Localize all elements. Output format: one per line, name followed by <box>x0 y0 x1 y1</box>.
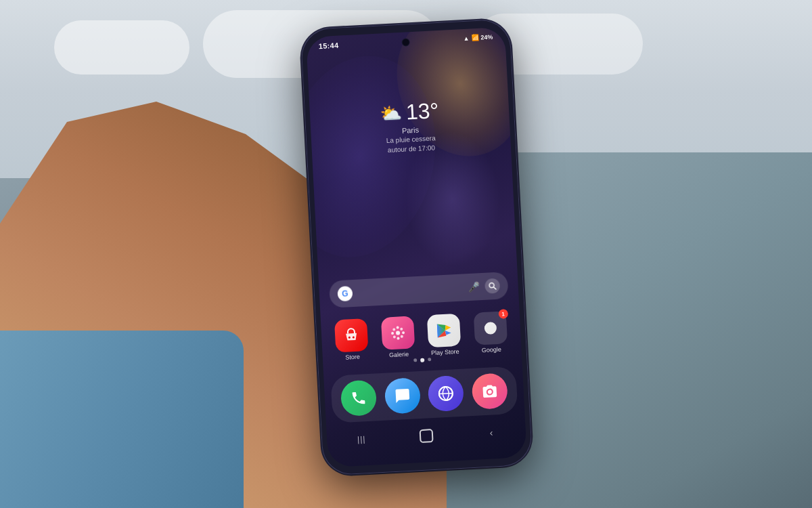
google-grid-icon <box>484 322 497 335</box>
battery-percent: 24% <box>480 34 493 41</box>
nav-home-button[interactable] <box>420 429 434 443</box>
search-spacer <box>353 287 468 293</box>
svg-point-7 <box>391 332 394 335</box>
app-galerie[interactable]: Galerie <box>378 316 418 360</box>
weather-cloud-icon: ⛅ <box>380 102 403 125</box>
page-dot-1 <box>413 358 417 362</box>
nav-bar: ||| ‹ <box>326 417 526 458</box>
dock-camera[interactable] <box>471 373 508 410</box>
cloud-1 <box>54 20 189 75</box>
mic-icon[interactable]: 🎤 <box>468 281 480 293</box>
dock-browser[interactable] <box>428 375 465 412</box>
svg-point-12 <box>401 335 403 338</box>
galerie-icon <box>381 316 415 350</box>
svg-point-8 <box>402 331 405 334</box>
google-icon: 1 <box>473 311 507 345</box>
svg-line-1 <box>494 287 496 289</box>
svg-point-5 <box>396 326 399 329</box>
dock-phone[interactable] <box>340 379 378 417</box>
google-g-logo: G <box>337 286 353 301</box>
svg-point-10 <box>400 328 403 331</box>
playstore-icon <box>427 314 461 347</box>
page-dot-3 <box>428 358 431 361</box>
galerie-label: Galerie <box>389 351 409 359</box>
playstore-label: Play Store <box>431 348 459 357</box>
store-icon <box>334 318 368 352</box>
google-label: Google <box>482 346 502 354</box>
phone-screen: 15:44 ▲ 📶 24% ⛅ 13° Paris La pluie cesse… <box>306 27 527 468</box>
status-icons: ▲ 📶 24% <box>463 34 493 42</box>
svg-point-4 <box>396 331 400 335</box>
search-bar[interactable]: G 🎤 <box>329 272 509 308</box>
phone: 15:44 ▲ 📶 24% ⛅ 13° Paris La pluie cesse… <box>300 18 533 475</box>
app-row-main: Store <box>328 311 515 362</box>
app-play-store[interactable]: Play Store <box>424 314 464 358</box>
lens-icon[interactable] <box>484 278 500 294</box>
app-google[interactable]: 1 Google <box>470 311 510 355</box>
signal-icon: 📶 <box>471 35 479 42</box>
nav-recent-button[interactable]: ||| <box>351 434 373 445</box>
app-store[interactable]: Store <box>332 318 371 362</box>
svg-point-11 <box>393 336 396 339</box>
svg-point-9 <box>392 329 395 331</box>
page-dots <box>413 358 431 362</box>
page-dot-2 <box>420 358 424 362</box>
status-time: 15:44 <box>318 41 338 51</box>
svg-point-6 <box>397 337 399 340</box>
weather-temp-row: ⛅ 13° <box>380 98 439 126</box>
sleeve <box>0 331 244 509</box>
nav-back-button[interactable]: ‹ <box>480 427 503 439</box>
dock-messages[interactable] <box>384 377 421 415</box>
store-label: Store <box>345 354 360 362</box>
weather-temperature: 13° <box>405 98 439 125</box>
wifi-icon: ▲ <box>463 35 469 42</box>
weather-widget: ⛅ 13° Paris La pluie cessera autour de 1… <box>380 98 441 154</box>
google-badge: 1 <box>498 309 508 319</box>
bottom-dock <box>330 366 518 423</box>
phone-body: 15:44 ▲ 📶 24% ⛅ 13° Paris La pluie cesse… <box>300 18 533 475</box>
